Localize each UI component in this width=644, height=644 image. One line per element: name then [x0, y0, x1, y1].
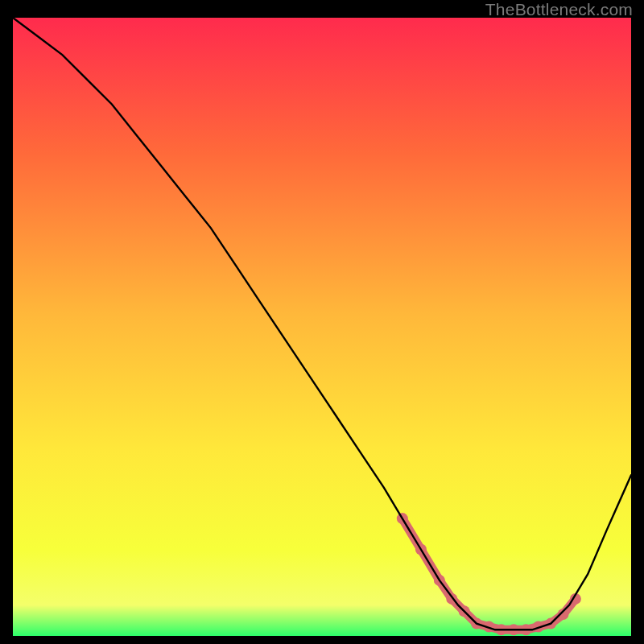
bottleneck-chart — [13, 18, 631, 636]
watermark-text: TheBottleneck.com — [485, 0, 633, 19]
chart-background-gradient — [13, 18, 631, 636]
chart-frame — [13, 18, 631, 636]
